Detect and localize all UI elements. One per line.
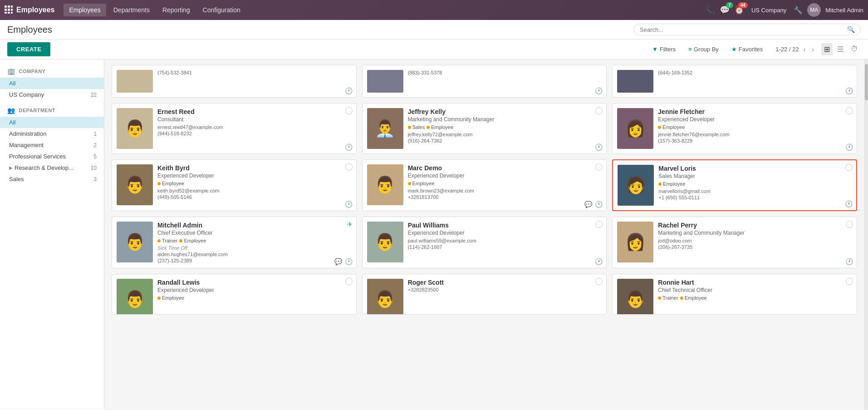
- card-partial-1[interactable]: (754)-532-3841 🕐: [112, 65, 357, 98]
- nav-configuration[interactable]: Configuration: [197, 4, 246, 16]
- svg-rect-8: [11, 12, 13, 14]
- search-input[interactable]: [640, 26, 844, 33]
- scrollbar-thumb[interactable]: [865, 64, 868, 100]
- card-check-area: [595, 107, 603, 114]
- nav-employees[interactable]: Employees: [64, 4, 106, 16]
- select-checkbox[interactable]: [595, 163, 603, 171]
- dept-sales-item[interactable]: Sales 3: [0, 173, 104, 185]
- emp-name: Rachel Perry: [658, 222, 852, 229]
- pager-next[interactable]: ›: [810, 45, 816, 54]
- department-section-header: 👥 DEPARTMENT: [0, 104, 104, 117]
- avatar[interactable]: MA: [807, 3, 821, 17]
- groupby-button[interactable]: ≡ Group By: [685, 44, 722, 54]
- emp-photo: [367, 70, 403, 93]
- favorites-button[interactable]: ★ Favorites: [728, 44, 766, 54]
- toolbar: CREATE ▼ Filters ≡ Group By ★ Favorites …: [0, 40, 868, 59]
- emp-info: (644)-169-1352: [658, 70, 852, 75]
- emp-info: Marvel Loris Sales Manager Employee marv…: [658, 165, 852, 200]
- emp-photo: 🧑: [618, 165, 654, 206]
- top-nav: Employees Employees Departments Reportin…: [0, 0, 868, 20]
- clock-icon[interactable]: 🕐: [595, 87, 603, 94]
- select-checkbox[interactable]: [345, 163, 353, 171]
- select-checkbox[interactable]: [846, 107, 853, 114]
- admin-name: Mitchell Admin: [825, 7, 863, 14]
- select-checkbox[interactable]: [345, 107, 353, 114]
- search-bar[interactable]: 🔍: [634, 24, 861, 35]
- company-us-item[interactable]: US Company 22: [0, 89, 104, 100]
- card-roger-scott[interactable]: 👨 Roger Scott +3282823500: [362, 274, 607, 315]
- emp-phone: +3282823500: [408, 287, 602, 292]
- dept-management-item[interactable]: Management 2: [0, 139, 104, 151]
- alerts-icon[interactable]: ⏰ 44: [734, 5, 744, 15]
- card-randall-lewis[interactable]: 👨 Randall Lewis Experienced Developer Em…: [112, 274, 357, 315]
- card-check-area: [846, 221, 853, 228]
- clock-icon[interactable]: 🕐: [845, 87, 853, 94]
- emp-info: Rachel Perry Marketing and Community Man…: [658, 222, 852, 250]
- card-paul-williams[interactable]: 👨 Paul Williams Experienced Developer pa…: [362, 217, 607, 268]
- card-marvel-loris[interactable]: 🧑 Marvel Loris Sales Manager Employee ma…: [612, 159, 857, 211]
- dept-research-item[interactable]: ▶ Research & Develop... 10: [0, 162, 104, 173]
- clock-icon[interactable]: 🕐: [845, 258, 853, 265]
- card-jennie-fletcher[interactable]: 👩 Jennie Fletcher Experienced Developer …: [612, 103, 857, 154]
- clock-icon[interactable]: 🕐: [845, 200, 853, 207]
- select-checkbox[interactable]: [846, 278, 853, 285]
- groupby-icon: ≡: [688, 46, 692, 53]
- clock-icon[interactable]: 🕐: [595, 201, 603, 208]
- clock-icon[interactable]: 🕐: [345, 201, 353, 208]
- card-rachel-perry[interactable]: 👩 Rachel Perry Marketing and Community M…: [612, 217, 857, 268]
- pager-prev[interactable]: ‹: [802, 45, 808, 54]
- settings-icon[interactable]: 🔧: [794, 6, 803, 15]
- create-button[interactable]: CREATE: [7, 42, 50, 56]
- list-view-button[interactable]: ☰: [834, 43, 846, 55]
- clock-icon[interactable]: 🕐: [595, 143, 603, 151]
- app-brand[interactable]: Employees: [16, 6, 54, 14]
- filters-button[interactable]: ▼ Filters: [648, 44, 679, 54]
- company-icon: 🏢: [7, 68, 15, 75]
- dept-all-item[interactable]: All: [0, 117, 104, 128]
- clock-icon[interactable]: 🕐: [345, 87, 353, 94]
- emp-photo: 👨: [117, 108, 153, 149]
- emp-title: Experienced Developer: [408, 173, 602, 179]
- card-partial-2[interactable]: (883)-331-5378 🕐: [362, 65, 607, 98]
- card-keith-byrd[interactable]: 👨 Keith Byrd Experienced Developer Emplo…: [112, 159, 357, 211]
- select-checkbox[interactable]: [345, 278, 353, 285]
- card-check-area: [345, 278, 353, 285]
- nav-departments[interactable]: Departments: [108, 4, 155, 16]
- select-checkbox[interactable]: [595, 278, 603, 285]
- card-marc-demo[interactable]: 👨 Marc Demo Experienced Developer Employ…: [362, 159, 607, 211]
- chat-icon[interactable]: 💬: [334, 258, 342, 265]
- apps-icon[interactable]: [5, 5, 13, 15]
- support-icon[interactable]: 📞: [705, 5, 715, 15]
- tag-dot: [408, 182, 411, 185]
- nav-reporting[interactable]: Reporting: [157, 4, 196, 16]
- chat-icon[interactable]: 💬: [584, 201, 592, 208]
- company-name[interactable]: US Company: [751, 7, 786, 14]
- clock-icon[interactable]: 🕐: [845, 143, 853, 151]
- clock-icon[interactable]: 🕐: [345, 258, 353, 265]
- select-checkbox[interactable]: [846, 221, 853, 228]
- search-icon[interactable]: 🔍: [847, 26, 855, 33]
- dept-professional-services-item[interactable]: Professional Services 5: [0, 151, 104, 162]
- company-all-item[interactable]: All: [0, 78, 104, 89]
- emp-name: Keith Byrd: [157, 164, 352, 172]
- kanban-view-button[interactable]: ⊞: [821, 43, 833, 55]
- scrollbar[interactable]: [864, 59, 868, 410]
- card-jeffrey-kelly[interactable]: 👨‍💼 Jeffrey Kelly Marketing and Communit…: [362, 103, 607, 154]
- messages-icon[interactable]: 💬 7: [720, 5, 730, 15]
- card-partial-3[interactable]: (644)-169-1352 🕐: [612, 65, 857, 98]
- emp-photo: 👨: [117, 279, 153, 315]
- card-ronnie-hart[interactable]: 👨 Ronnie Hart Chief Technical Officer Tr…: [612, 274, 857, 315]
- clock-icon[interactable]: 🕐: [345, 143, 353, 151]
- emp-info: Paul Williams Experienced Developer paul…: [408, 222, 602, 250]
- activity-view-button[interactable]: ⏱: [848, 43, 861, 55]
- emp-phone: (157)-363-8229: [658, 138, 852, 143]
- select-checkbox[interactable]: [595, 221, 603, 228]
- card-mitchell-admin[interactable]: 👨 Mitchell Admin Chief Executive Officer…: [112, 217, 357, 268]
- dept-administration-item[interactable]: Administration 1: [0, 128, 104, 139]
- card-ernest-reed[interactable]: 👨 Ernest Reed Consultant ernest.reed47@e…: [112, 103, 357, 154]
- clock-icon[interactable]: 🕐: [595, 258, 603, 265]
- kanban-content: (754)-532-3841 🕐 (883)-331-5378 🕐 (644: [104, 59, 864, 410]
- select-checkbox[interactable]: [845, 164, 853, 171]
- select-checkbox[interactable]: [595, 107, 603, 114]
- emp-title: Experienced Developer: [658, 116, 852, 123]
